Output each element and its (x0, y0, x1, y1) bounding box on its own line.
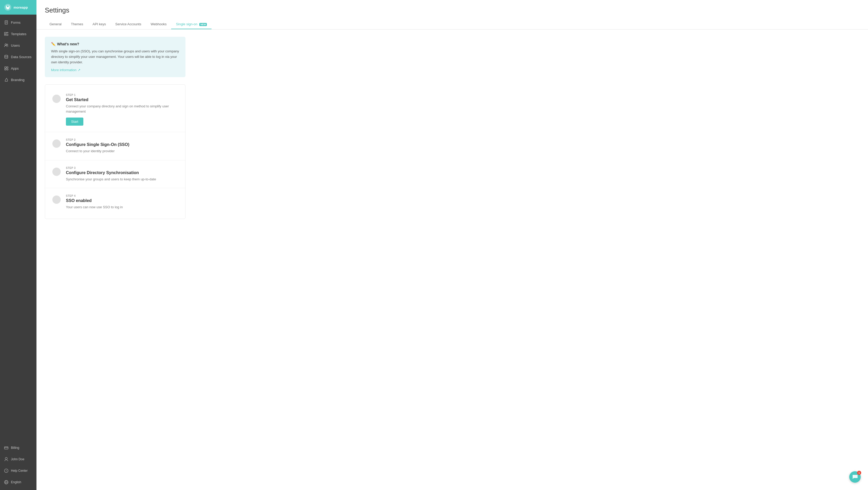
step-2-number: STEP 2 (66, 138, 178, 141)
step-3: STEP 3 Configure Directory Synchronisati… (45, 160, 185, 189)
step-3-content: STEP 3 Configure Directory Synchronisati… (66, 167, 178, 182)
svg-point-18 (5, 457, 7, 460)
step-2-title: Configure Single Sign-On (SSO) (66, 142, 178, 147)
step-1-title: Get Started (66, 97, 178, 102)
file-icon (4, 20, 8, 25)
sidebar-item-label: Branding (11, 78, 25, 82)
sidebar-item-label: Users (11, 44, 20, 48)
more-information-link[interactable]: More information ↗ (51, 68, 179, 72)
info-box-title: ✏️ What's new? (51, 42, 179, 46)
svg-point-9 (5, 44, 6, 45)
steps-container: STEP 1 Get Started Connect your company … (45, 84, 185, 219)
step-3-title: Configure Directory Synchronisation (66, 170, 178, 175)
main-content: Settings General Themes API keys Service… (36, 0, 868, 490)
sidebar-item-label: Forms (11, 21, 21, 25)
sidebar-item-users[interactable]: Users (0, 39, 36, 51)
svg-rect-14 (5, 69, 6, 70)
svg-rect-8 (4, 34, 8, 35)
info-box-text: With single sign-on (SSO), you can synch… (51, 49, 179, 65)
page-title: Settings (45, 6, 860, 15)
svg-point-11 (5, 55, 8, 57)
sidebar: moreapp Forms Templates (0, 0, 36, 490)
svg-point-1 (7, 5, 9, 7)
step-4-desc: Your users can now use SSO to log in (66, 205, 178, 210)
step-4-content: STEP 4 SSO enabled Your users can now us… (66, 195, 178, 210)
svg-point-10 (7, 44, 8, 45)
chat-badge: 1 (857, 471, 861, 475)
pencil-icon: ✏️ (51, 42, 56, 46)
sidebar-logo[interactable]: moreapp (0, 0, 36, 15)
sidebar-item-label: English (11, 480, 21, 484)
sidebar-item-forms[interactable]: Forms (0, 17, 36, 28)
main-header: Settings General Themes API keys Service… (36, 0, 868, 29)
tab-general[interactable]: General (45, 20, 66, 29)
step-1-circle (52, 95, 61, 103)
sidebar-item-help-center[interactable]: ? Help Center (0, 465, 36, 477)
step-2: STEP 2 Configure Single Sign-On (SSO) Co… (45, 132, 185, 160)
step-1-number: STEP 1 (66, 93, 178, 96)
step-4: STEP 4 SSO enabled Your users can now us… (45, 188, 185, 216)
svg-rect-6 (4, 32, 6, 34)
tab-webhooks[interactable]: Webhooks (146, 20, 171, 29)
step-3-desc: Synchronise your groups and users to kee… (66, 177, 178, 182)
tab-service-accounts[interactable]: Service Accounts (111, 20, 146, 29)
branding-icon (4, 78, 8, 82)
sidebar-item-label: John Doe (11, 457, 24, 461)
logo-icon (4, 4, 11, 11)
chat-icon (852, 474, 858, 480)
sidebar-item-label: Templates (11, 32, 26, 36)
svg-rect-16 (4, 447, 8, 449)
step-4-circle (52, 196, 61, 204)
tab-single-sign-on[interactable]: Single sign-on NEW (171, 20, 212, 29)
step-2-desc: Connect to your identity provider (66, 149, 178, 154)
svg-rect-15 (7, 69, 8, 70)
step-4-title: SSO enabled (66, 198, 178, 203)
step-2-circle (52, 139, 61, 148)
sidebar-item-user[interactable]: John Doe (0, 454, 36, 465)
content-area: ✏️ What's new? With single sign-on (SSO)… (36, 29, 868, 490)
sidebar-item-english[interactable]: English (0, 477, 36, 488)
help-icon: ? (4, 469, 8, 473)
tab-api-keys[interactable]: API keys (88, 20, 111, 29)
step-2-content: STEP 2 Configure Single Sign-On (SSO) Co… (66, 138, 178, 154)
svg-text:?: ? (6, 470, 7, 472)
svg-rect-12 (5, 67, 6, 68)
sidebar-nav: Forms Templates Users (0, 15, 36, 442)
user-icon (4, 457, 8, 461)
tab-new-badge: NEW (199, 23, 207, 26)
sidebar-item-label: Billing (11, 446, 19, 450)
logo-text: moreapp (13, 5, 28, 9)
sidebar-item-branding[interactable]: Branding (0, 74, 36, 86)
step-3-circle (52, 168, 61, 176)
svg-rect-13 (7, 67, 8, 68)
sidebar-item-apps[interactable]: Apps (0, 62, 36, 74)
tabs: General Themes API keys Service Accounts… (45, 20, 860, 29)
start-button[interactable]: Start (66, 118, 83, 126)
sidebar-item-billing[interactable]: Billing (0, 442, 36, 454)
tab-themes[interactable]: Themes (66, 20, 88, 29)
info-box: ✏️ What's new? With single sign-on (SSO)… (45, 37, 185, 77)
template-icon (4, 32, 8, 36)
sidebar-item-label: Help Center (11, 469, 28, 472)
step-3-number: STEP 3 (66, 167, 178, 169)
chat-button[interactable]: 1 (849, 471, 861, 483)
step-1: STEP 1 Get Started Connect your company … (45, 87, 185, 132)
sidebar-bottom: Billing John Doe ? Help Center (0, 442, 36, 490)
users-icon (4, 43, 8, 48)
external-link-icon: ↗ (78, 68, 81, 72)
apps-icon (4, 66, 8, 70)
sidebar-item-label: Apps (11, 66, 19, 70)
datasource-icon (4, 55, 8, 59)
billing-icon (4, 446, 8, 450)
step-4-number: STEP 4 (66, 195, 178, 197)
svg-rect-7 (6, 32, 8, 33)
sidebar-item-templates[interactable]: Templates (0, 28, 36, 39)
sidebar-item-data-sources[interactable]: Data Sources (0, 51, 36, 62)
sidebar-item-label: Data Sources (11, 55, 32, 59)
step-1-content: STEP 1 Get Started Connect your company … (66, 93, 178, 126)
step-1-desc: Connect your company directory and sign … (66, 104, 178, 114)
globe-icon (4, 480, 8, 484)
